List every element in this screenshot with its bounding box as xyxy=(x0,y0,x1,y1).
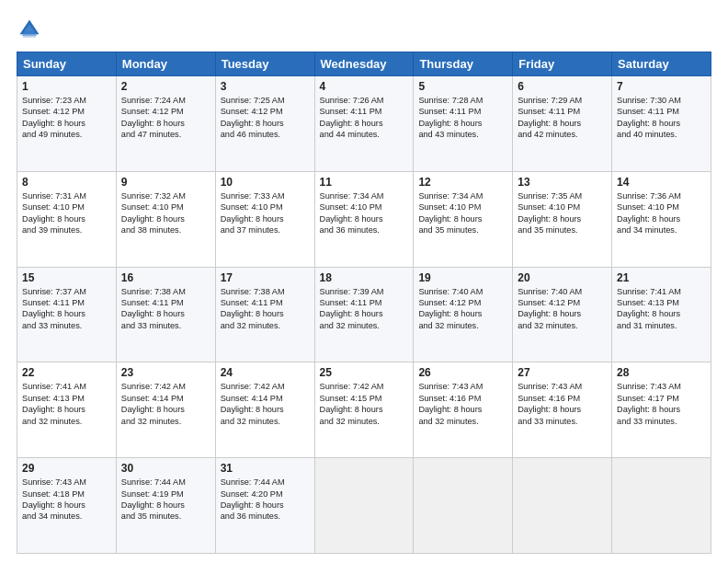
day-info-line: Sunset: 4:11 PM xyxy=(617,106,706,117)
day-number: 5 xyxy=(418,80,507,93)
day-info-line: Sunrise: 7:42 AM xyxy=(320,381,409,392)
day-info-line: and 33 minutes. xyxy=(121,320,210,331)
day-info-line: Sunset: 4:10 PM xyxy=(221,201,310,213)
weekday-header-sunday: Sunday xyxy=(17,52,117,76)
day-number: 23 xyxy=(121,366,210,379)
week-row-2: 8Sunrise: 7:31 AMSunset: 4:10 PMDaylight… xyxy=(17,171,711,267)
day-info-line: Sunrise: 7:30 AM xyxy=(617,95,706,106)
day-info-line: Sunset: 4:11 PM xyxy=(221,297,310,308)
day-info-line: Sunset: 4:19 PM xyxy=(121,488,210,500)
day-info-line: Sunset: 4:11 PM xyxy=(320,106,409,117)
weekday-header-row: SundayMondayTuesdayWednesdayThursdayFrid… xyxy=(17,52,711,76)
weekday-header-wednesday: Wednesday xyxy=(314,52,414,76)
calendar-cell: 13Sunrise: 7:35 AMSunset: 4:10 PMDayligh… xyxy=(513,171,612,267)
day-number: 7 xyxy=(617,80,706,93)
day-number: 18 xyxy=(320,271,409,284)
calendar-cell: 30Sunrise: 7:44 AMSunset: 4:19 PMDayligh… xyxy=(116,458,215,554)
calendar-cell: 16Sunrise: 7:38 AMSunset: 4:11 PMDayligh… xyxy=(116,267,215,362)
day-info-line: Sunrise: 7:26 AM xyxy=(320,95,409,106)
day-info-line: Daylight: 8 hours xyxy=(320,213,409,224)
day-info-line: Daylight: 8 hours xyxy=(518,118,607,129)
day-info-line: Daylight: 8 hours xyxy=(221,118,310,129)
day-info-line: Daylight: 8 hours xyxy=(617,308,706,319)
day-number: 8 xyxy=(22,176,111,189)
day-info-line: Sunrise: 7:25 AM xyxy=(221,95,310,106)
day-info-line: Sunset: 4:11 PM xyxy=(121,297,210,308)
day-info-line: and 31 minutes. xyxy=(617,320,706,331)
day-info-line: and 32 minutes. xyxy=(518,320,607,331)
day-number: 15 xyxy=(22,271,111,284)
day-number: 12 xyxy=(418,176,507,189)
day-info-line: and 33 minutes. xyxy=(518,416,607,427)
calendar-cell: 24Sunrise: 7:42 AMSunset: 4:14 PMDayligh… xyxy=(215,362,314,458)
calendar-cell: 6Sunrise: 7:29 AMSunset: 4:11 PMDaylight… xyxy=(513,76,612,172)
day-info-line: Sunset: 4:12 PM xyxy=(221,106,310,117)
day-number: 24 xyxy=(221,366,310,379)
day-number: 19 xyxy=(418,271,507,284)
day-info-line: Sunrise: 7:32 AM xyxy=(121,190,210,201)
week-row-5: 29Sunrise: 7:43 AMSunset: 4:18 PMDayligh… xyxy=(17,458,711,554)
day-info-line: Sunrise: 7:31 AM xyxy=(22,190,111,201)
day-info-line: Sunset: 4:10 PM xyxy=(121,201,210,213)
day-info-line: and 34 minutes. xyxy=(22,511,111,522)
day-info-line: and 32 minutes. xyxy=(320,320,409,331)
calendar-cell: 23Sunrise: 7:42 AMSunset: 4:14 PMDayligh… xyxy=(116,362,215,458)
day-info-line: Sunset: 4:11 PM xyxy=(418,106,507,117)
day-info-line: Daylight: 8 hours xyxy=(121,213,210,224)
calendar-cell: 18Sunrise: 7:39 AMSunset: 4:11 PMDayligh… xyxy=(314,267,414,362)
day-info-line: and 32 minutes. xyxy=(221,416,310,427)
calendar-cell: 19Sunrise: 7:40 AMSunset: 4:12 PMDayligh… xyxy=(414,267,513,362)
calendar-cell xyxy=(314,458,414,554)
day-info-line: Daylight: 8 hours xyxy=(22,213,111,224)
day-info-line: and 44 minutes. xyxy=(320,129,409,140)
day-info-line: Daylight: 8 hours xyxy=(320,118,409,129)
day-info-line: Sunrise: 7:42 AM xyxy=(221,381,310,392)
day-info-line: Sunrise: 7:36 AM xyxy=(617,190,706,201)
svg-rect-2 xyxy=(23,31,36,38)
calendar-cell: 12Sunrise: 7:34 AMSunset: 4:10 PMDayligh… xyxy=(414,171,513,267)
calendar-cell: 9Sunrise: 7:32 AMSunset: 4:10 PMDaylight… xyxy=(116,171,215,267)
calendar-cell: 15Sunrise: 7:37 AMSunset: 4:11 PMDayligh… xyxy=(17,267,117,362)
day-info-line: Daylight: 8 hours xyxy=(418,308,507,319)
day-number: 31 xyxy=(221,462,310,475)
day-info-line: Sunset: 4:11 PM xyxy=(518,106,607,117)
day-info-line: Sunset: 4:12 PM xyxy=(22,106,111,117)
day-info-line: Sunrise: 7:33 AM xyxy=(221,190,310,201)
day-number: 30 xyxy=(121,462,210,475)
day-info-line: Sunrise: 7:41 AM xyxy=(22,381,111,392)
calendar-cell: 8Sunrise: 7:31 AMSunset: 4:10 PMDaylight… xyxy=(17,171,117,267)
day-info-line: Sunrise: 7:44 AM xyxy=(221,477,310,488)
week-row-1: 1Sunrise: 7:23 AMSunset: 4:12 PMDaylight… xyxy=(17,76,711,172)
day-info-line: and 43 minutes. xyxy=(418,129,507,140)
day-number: 26 xyxy=(418,366,507,379)
day-info-line: Sunrise: 7:23 AM xyxy=(22,95,111,106)
calendar-cell xyxy=(612,458,711,554)
calendar-cell: 22Sunrise: 7:41 AMSunset: 4:13 PMDayligh… xyxy=(17,362,117,458)
day-info-line: Daylight: 8 hours xyxy=(221,213,310,224)
day-info-line: and 42 minutes. xyxy=(518,129,607,140)
calendar-cell: 21Sunrise: 7:41 AMSunset: 4:13 PMDayligh… xyxy=(612,267,711,362)
day-info-line: and 35 minutes. xyxy=(121,511,210,522)
day-info-line: and 33 minutes. xyxy=(22,320,111,331)
day-info-line: Sunrise: 7:41 AM xyxy=(617,286,706,297)
day-info-line: Sunset: 4:20 PM xyxy=(221,488,310,500)
day-info-line: Sunrise: 7:35 AM xyxy=(518,190,607,201)
day-info-line: and 37 minutes. xyxy=(221,224,310,236)
day-info-line: Daylight: 8 hours xyxy=(617,118,706,129)
day-number: 13 xyxy=(518,176,607,189)
day-info-line: Sunset: 4:11 PM xyxy=(22,297,111,308)
day-info-line: Sunset: 4:10 PM xyxy=(418,201,507,213)
weekday-header-monday: Monday xyxy=(116,52,215,76)
calendar-cell: 25Sunrise: 7:42 AMSunset: 4:15 PMDayligh… xyxy=(314,362,414,458)
day-info-line: Daylight: 8 hours xyxy=(22,500,111,511)
day-info-line: Daylight: 8 hours xyxy=(320,404,409,415)
day-info-line: Daylight: 8 hours xyxy=(320,308,409,319)
day-info-line: and 39 minutes. xyxy=(22,224,111,236)
day-info-line: Daylight: 8 hours xyxy=(22,308,111,319)
calendar-cell: 14Sunrise: 7:36 AMSunset: 4:10 PMDayligh… xyxy=(612,171,711,267)
calendar-cell xyxy=(513,458,612,554)
day-number: 22 xyxy=(22,366,111,379)
day-info-line: Sunset: 4:12 PM xyxy=(518,297,607,308)
day-info-line: Sunset: 4:18 PM xyxy=(22,488,111,500)
day-info-line: and 36 minutes. xyxy=(221,511,310,522)
